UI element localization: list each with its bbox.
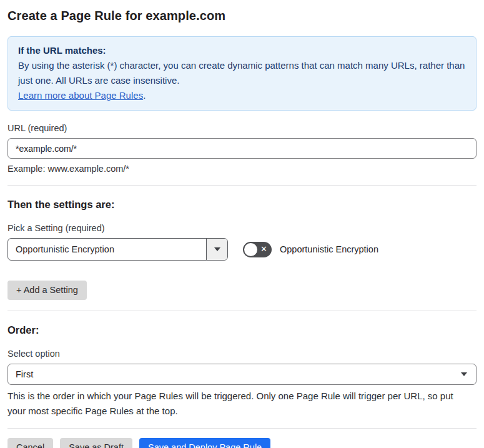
divider	[7, 311, 477, 311]
order-select-value: First	[16, 369, 461, 379]
cancel-button[interactable]: Cancel	[7, 438, 53, 448]
setting-dropdown[interactable]: Opportunistic Encryption	[7, 238, 228, 261]
chevron-down-icon	[461, 372, 467, 376]
setting-dropdown-value: Opportunistic Encryption	[8, 239, 206, 260]
divider	[7, 185, 477, 186]
x-icon: ✕	[260, 245, 267, 253]
settings-section-heading: Then the settings are:	[7, 198, 477, 211]
link-suffix: .	[143, 90, 146, 101]
order-helper-text: This is the order in which your Page Rul…	[7, 389, 473, 419]
opportunistic-encryption-toggle[interactable]: ✕	[243, 242, 272, 257]
divider	[7, 428, 477, 429]
setting-picker-label: Pick a Setting (required)	[7, 222, 477, 234]
order-select-label: Select option	[7, 348, 477, 359]
page-rule-form: Create a Page Rule for example.com If th…	[0, 0, 484, 448]
url-example-helper: Example: www.example.com/*	[7, 163, 477, 174]
toggle-knob	[244, 243, 257, 256]
save-as-draft-button[interactable]: Save as Draft	[60, 438, 132, 448]
setting-row: Opportunistic Encryption ✕ Opportunistic…	[7, 238, 477, 261]
chevron-down-icon	[214, 247, 220, 251]
info-box-link-line: Learn more about Page Rules.	[18, 88, 466, 103]
page-title: Create a Page Rule for example.com	[7, 8, 477, 23]
order-section-heading: Order:	[7, 324, 477, 336]
url-field-label: URL (required)	[7, 122, 477, 134]
url-input[interactable]	[7, 138, 477, 159]
info-box-heading: If the URL matches:	[18, 43, 466, 58]
footer-actions: Cancel Save as Draft Save and Deploy Pag…	[7, 438, 477, 448]
info-box-body: By using the asterisk (*) character, you…	[18, 58, 466, 88]
toggle-label: Opportunistic Encryption	[280, 244, 378, 254]
learn-more-link[interactable]: Learn more about Page Rules	[18, 90, 143, 101]
setting-dropdown-arrow-button[interactable]	[206, 239, 227, 260]
add-setting-button[interactable]: + Add a Setting	[7, 281, 87, 300]
url-matches-info-box: If the URL matches: By using the asteris…	[7, 36, 477, 111]
save-and-deploy-button[interactable]: Save and Deploy Page Rule	[139, 438, 270, 448]
order-select[interactable]: First	[7, 364, 477, 385]
